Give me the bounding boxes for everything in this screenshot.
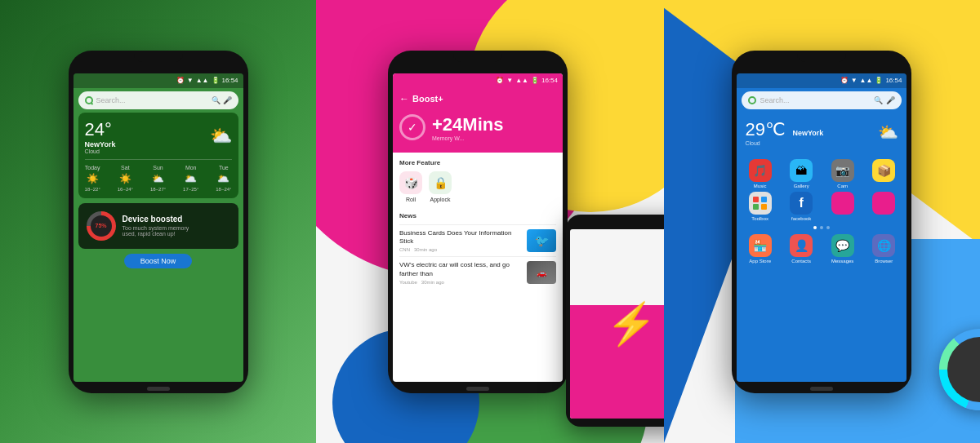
phone-3-screen: ⏰ ▼ ▲▲ 🔋 16:54 Search... 🔍 🎤 [737,73,906,382]
p3-city: NewYork [792,129,823,137]
p1-boost-card: 75% Device boosted Too much system memor… [78,203,238,249]
p3-dot-1 [813,226,817,229]
p1-status-bar: ⏰ ▼ ▲▲ 🔋 16:54 [74,73,243,88]
p2-news-text-1: Business Cards Does Your Information Sti… [399,229,522,253]
p2-header: ← Boost+ ✓ +24Mins Memory W... [393,88,563,153]
p3-app-camera[interactable]: 📷 Cam [824,159,861,188]
p2-news-section: News Business Cards Does Your Informatio… [393,209,563,293]
p3-toolbox-label: Toolbox [751,216,768,221]
phone-3-notch [797,51,846,62]
p2-status-bar: ⏰ ▼ ▲▲ 🔋 16:54 [393,73,563,88]
p3-apps-row2: Toolbox f facebook [737,192,906,221]
p3-mic-btn[interactable]: 🎤 [886,96,895,104]
p2-news-thumb-2: 🚗 [527,261,556,284]
phone-2: ⏰ ▼ ▲▲ 🔋 16:54 ← Boost+ ✓ +24Mins [388,51,568,393]
spinner-overlay [939,329,980,410]
p3-gallery-label: Gallery [794,184,809,188]
p2-news-text-2: VW's electric car will cost less, and go… [399,261,522,285]
p3-app-facebook[interactable]: f facebook [783,192,820,221]
p2-applock-icon: 🔒 [429,171,452,194]
p3-temp-value: 29℃ [745,119,785,140]
forecast-today: Today ☀️ 18~22° [85,165,100,192]
p3-app-misc3[interactable] [866,192,902,221]
p2-feature-applock[interactable]: 🔒 Applock [429,171,452,202]
p2-news-title: News [399,212,556,219]
phone-3: ⏰ ▼ ▲▲ 🔋 16:54 Search... 🔍 🎤 [732,51,911,393]
p3-music-icon: 🎵 [749,159,772,182]
p2-news-meta-1: CNN 30min ago [399,247,522,252]
p3-status-bar: ⏰ ▼ ▲▲ 🔋 16:54 [737,73,906,88]
p1-temp-value: 24° [85,119,112,140]
spinner-circle [939,329,980,410]
p2-boost-mins: +24Mins [432,114,503,135]
p2-news-item-2[interactable]: VW's electric car will cost less, and go… [399,256,556,289]
p3-app-appstore[interactable]: 🏪 App Store [742,234,778,264]
p2-news-item-1[interactable]: Business Cards Does Your Information Sti… [399,224,556,257]
p3-appstore-label: App Store [749,259,771,264]
spinner-inner [947,337,980,402]
forecast-sat: Sat ☀️ 16~24° [118,165,133,192]
p2-back-button[interactable]: ← [399,93,409,104]
p2-roll-label: Roll [406,197,416,202]
p3-weather-info: 29℃ NewYork Cloud ⛅ [737,113,906,153]
p2-alarm-icon: ⏰ [496,77,504,84]
p3-search-bar[interactable]: Search... 🔍 🎤 [742,91,902,109]
p3-search-placeholder: Search... [760,96,871,104]
p3-app-misc1[interactable]: 📦 [866,159,902,188]
p1-mic-btn[interactable]: 🎤 [223,96,232,104]
phone-2-notch [453,51,502,62]
p1-search-btn[interactable]: 🔍 [212,96,220,104]
p1-boost-button[interactable]: Boost Now [124,254,193,268]
p3-dot-3 [826,226,830,229]
p1-search-bar[interactable]: Search... 🔍 🎤 [78,91,238,109]
p2-feature-roll[interactable]: 🎲 Roll [399,171,422,202]
p3-facebook-label: facebook [791,216,811,221]
p3-wifi-icon: ▼ [851,77,858,84]
battery-screen: ⚡ [570,229,664,419]
p3-app-contacts[interactable]: 👤 Contacts [783,234,820,264]
p3-app-browser[interactable]: 🌐 Browser [866,234,902,264]
p2-title: Boost+ [412,94,443,104]
p3-app-messages[interactable]: 💬 Messages [824,234,861,264]
p2-main-screen: ⏰ ▼ ▲▲ 🔋 16:54 ← Boost+ ✓ +24Mins [393,73,563,382]
p3-page-dots [737,226,906,229]
panel-3: ⏰ ▼ ▲▲ 🔋 16:54 Search... 🔍 🎤 [664,0,980,443]
p3-weather-row: 29℃ NewYork Cloud ⛅ [745,119,898,146]
phone-1: ⏰ ▼ ▲▲ 🔋 16:54 Search... 🔍 🎤 [69,51,248,393]
panel-1: ⏰ ▼ ▲▲ 🔋 16:54 Search... 🔍 🎤 [0,0,316,443]
p3-search-btn[interactable]: 🔍 [874,96,883,104]
p3-main-screen: ⏰ ▼ ▲▲ 🔋 16:54 Search... 🔍 🎤 [737,73,906,382]
forecast-mon: Mon 🌥️ 17~25° [183,165,198,192]
p1-boost-circle: 75% [87,211,116,241]
p1-city: NewYork [85,140,116,148]
p1-weather-widget: 24° NewYork Cloud ⛅ Today ☀️ 18~22° [78,113,238,198]
p2-applock-label: Applock [430,197,451,202]
phone-2-home-btn[interactable] [466,387,489,391]
phone-3-home-btn[interactable] [810,387,833,391]
p3-signal-icon: ▲▲ [860,77,873,84]
p3-app-gallery[interactable]: 🏔 Gallery [783,159,820,188]
p2-news-meta-2: Youtube 30min ago [399,280,522,285]
p2-features-section: More Feature 🎲 Roll 🔒 Applock [393,153,563,209]
p3-app-music[interactable]: 🎵 Music [742,159,778,188]
p2-wifi-icon: ▼ [506,77,513,84]
p3-app-toolbox[interactable]: Toolbox [742,192,778,221]
phone-2-screen: ⏰ ▼ ▲▲ 🔋 16:54 ← Boost+ ✓ +24Mins [393,73,563,382]
p3-contacts-label: Contacts [791,259,811,264]
p2-news-headline-2: VW's electric car will cost less, and go… [399,261,522,278]
p3-time: 16:54 [885,77,902,84]
phone-1-home-btn[interactable] [147,387,170,391]
p3-app-misc2[interactable] [824,192,861,221]
p3-browser-label: Browser [875,259,893,264]
p2-boost-sub: Memory W... [432,135,503,141]
p1-search-actions: 🔍 🎤 [212,96,232,104]
battery-bolt-icon: ⚡ [606,300,657,348]
p2-boost-info: +24Mins Memory W... [432,114,503,141]
phone-2-battery-overlay: ⚡ [566,215,664,427]
phone-1-screen: ⏰ ▼ ▲▲ 🔋 16:54 Search... 🔍 🎤 [74,73,243,382]
p1-weather-temp: 24° [85,119,116,140]
p1-boost-percent: 75% [91,215,112,237]
p2-roll-icon: 🎲 [399,171,422,194]
p1-search-icon [85,96,93,104]
p1-search-placeholder: Search... [96,96,208,104]
